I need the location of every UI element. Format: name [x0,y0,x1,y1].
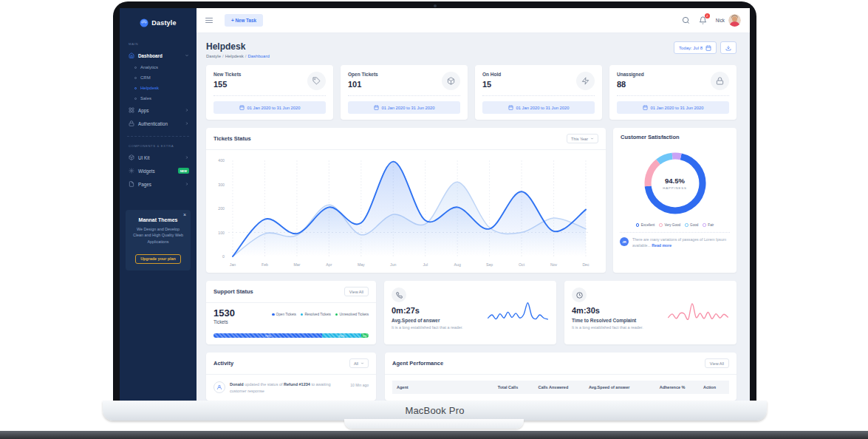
user-menu[interactable]: Nick [716,14,741,27]
avatar [728,14,741,27]
new-task-button[interactable]: + New Task [225,14,263,27]
svg-text:Mar: Mar [293,262,300,267]
sidebar-item-uikit[interactable]: UI Kit [120,151,197,164]
stat-card-on-hold: On Hold 15 01 Jan 2020 to 31 Jun 2020 [475,65,602,120]
promo-text: We Design and Develop Clean and High Qua… [131,226,185,245]
gear-icon [129,168,134,174]
sidebar-item-widgets[interactable]: Widgets NEW [120,164,197,177]
legend-dot [685,223,688,227]
svg-text:200: 200 [218,206,225,211]
main-area: + New Task 2 Nick [197,8,750,401]
stat-card-open-tickets: Open Tickets 101 01 Jan 2020 to 31 Jun 2… [341,65,468,120]
legend-dot [272,313,275,316]
date-range-button[interactable]: 01 Jan 2020 to 31 Jun 2020 [348,101,460,114]
breadcrumb-item[interactable]: Dastyle [206,54,221,58]
date-range-button[interactable]: 01 Jan 2020 to 31 Jun 2020 [213,101,326,114]
support-status-card: Support Status View All 1530 Tickets Ope… [206,281,376,344]
topbar: + New Task 2 Nick [197,8,750,33]
legend-dot [636,223,640,227]
sidebar-subitem-sales[interactable]: Sales [120,93,197,103]
user-name: Nick [716,18,725,23]
sidebar-subitem-crm[interactable]: CRM [120,72,197,83]
svg-text:Oct: Oct [519,262,525,267]
tickets-status-line-chart: JanFebMarAprMayJunJulAugSepOctNovDec0100… [211,154,593,271]
calendar-icon [705,45,711,51]
download-icon [725,45,731,51]
sidebar-subitem-helpdesk[interactable]: Helpdesk [120,83,197,93]
table-column-header: Calls Answered [534,381,584,394]
happiness-label: HAPPINESS [663,186,686,190]
legend-item: Open Tickets [272,313,296,316]
activity-list-item[interactable]: Donald updated the status of Refund #123… [206,375,376,401]
floor-shadow [0,431,868,439]
home-icon [129,52,134,58]
legend-item[interactable]: Very Good [659,223,680,227]
card-title: Support Status [213,288,253,295]
table-column-header: Total Calls [493,381,534,394]
svg-text:Feb: Feb [262,262,268,267]
chevron-down-icon [360,361,364,365]
webcam-dot [434,4,437,7]
progress-segment: 25% [322,333,361,338]
tickets-status-card: Tickets Status This Year JanFebMarAprMay… [206,128,606,273]
breadcrumb: Dastyle/Helpdesk/Dashboard [206,54,270,58]
page-header: Helpdesk Dastyle/Helpdesk/Dashboard Toda… [206,41,737,58]
new-badge: NEW [178,168,189,174]
view-all-button[interactable]: View All [344,287,369,296]
legend-item[interactable]: Good [685,223,698,227]
breadcrumb-current: Dashboard [247,54,269,58]
table-column-header: Avg.Speed of answer [584,381,655,394]
download-button[interactable] [720,41,737,54]
read-more-link[interactable]: Read more [652,243,671,248]
date-range-button[interactable]: 01 Jan 2020 to 31 Jun 2020 [617,101,729,114]
date-range-button[interactable]: 01 Jan 2020 to 31 Jun 2020 [482,101,595,114]
satisfaction-donut-chart: 94.5% HAPPINESS [640,148,711,219]
bullet-dot [134,67,137,69]
agent-performance-table: AgentTotal CallsCalls AnsweredAvg.Speed … [392,381,729,394]
upgrade-plan-button[interactable]: Upgrade your plan [135,254,181,264]
activity-filter-dropdown[interactable]: All [349,358,369,368]
clock-icon [572,287,587,302]
notifications-button[interactable]: 2 [699,16,707,24]
year-filter-dropdown[interactable]: This Year [567,134,598,143]
sidebar-item-label: UI Kit [138,155,181,160]
search-icon[interactable] [682,16,690,24]
legend-dot [703,223,706,227]
table-column-header: Agent [392,381,493,394]
svg-text:Sep: Sep [486,262,493,267]
svg-text:Jan: Jan [230,262,236,267]
zap-icon [576,72,595,90]
user-activity-icon [213,381,225,393]
legend-item[interactable]: Excellent [636,223,655,227]
svg-text:Nov: Nov [550,262,558,267]
tickets-progress-bar: 70%25%5% [213,333,369,338]
svg-text:400: 400 [218,158,225,163]
sidebar-item-dashboard[interactable]: Dashboard [120,49,197,62]
laptop-screen-bezel: Dastyle MAIN Dashboard AnalyticsCRMHelpd… [113,1,756,401]
breadcrumb-item[interactable]: Helpdesk [225,54,244,58]
chevron-down-icon [590,137,594,140]
card-title: Agent Performance [392,360,443,367]
legend-item[interactable]: Fair [703,223,714,227]
sidebar-item-authentication[interactable]: Authentication [120,117,197,130]
support-legend: Open TicketsResolved TicketsUnresolved T… [272,313,369,316]
svg-text:Jul: Jul [423,262,428,267]
table-column-header: Action [699,381,729,394]
calendar-icon [508,105,513,110]
logo[interactable]: Dastyle [120,8,197,35]
chevron-right-icon [185,182,189,186]
cube-icon [129,154,134,160]
sidebar-item-apps[interactable]: Apps [120,103,197,117]
logo-text: Dastyle [151,19,176,27]
chevron-right-icon [185,121,189,126]
close-icon[interactable]: × [183,212,186,217]
view-all-button[interactable]: View All [705,358,729,368]
sidebar-subitem-analytics[interactable]: Analytics [120,62,197,72]
notification-count-badge: 2 [705,13,710,18]
stat-card-new-tickets: New Tickets 155 01 Jan 2020 to 31 Jun 20… [206,65,333,120]
menu-toggle-icon[interactable] [205,18,213,24]
legend-item: Unresolved Tickets [335,313,369,316]
date-filter-button[interactable]: Today: Jul 8 [674,41,717,54]
sidebar-item-pages[interactable]: Pages [120,177,197,191]
file-icon [129,181,134,187]
